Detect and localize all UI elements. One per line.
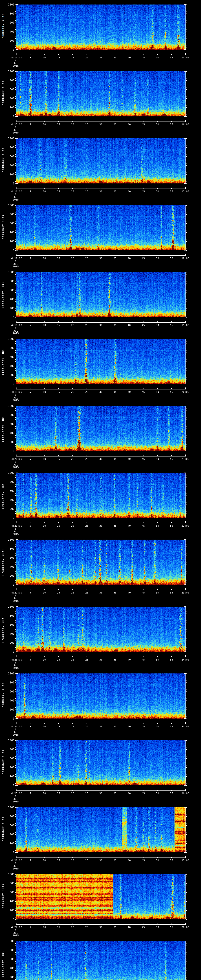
x-tick-label: 5 (29, 658, 31, 661)
y-tick-label: 600 (5, 155, 14, 158)
x-tick-label: 35 (113, 457, 116, 460)
date-label: 6 Jul 2015 (13, 795, 19, 803)
x-tick-label: 20 (71, 926, 74, 929)
y-tick-label: 1000 (5, 337, 14, 340)
y-tick-label: 1000 (5, 137, 14, 140)
spectrogram-canvas (16, 941, 186, 980)
date-day: 6 (13, 661, 19, 664)
x-tick-label: 5 (29, 324, 31, 326)
x-tick-label: 55 (170, 390, 173, 393)
x-tick-label: 20 (71, 792, 74, 795)
x-tick-label: 10 (43, 257, 46, 260)
x-tick-label: 45 (142, 658, 145, 661)
x-start-time-label: 4:19:00 (11, 390, 22, 393)
spectrogram-panel-3: Frequency (Hz) 4:16:00 17:00 6 Jul 2015 … (0, 134, 201, 201)
x-tick-label: 15 (57, 457, 60, 460)
date-month: Jul (13, 597, 19, 600)
y-tick-label: 400 (5, 30, 14, 33)
y-tick-label: 400 (5, 900, 14, 903)
x-tick-label: 50 (156, 725, 159, 728)
date-label: 6 Jul 2015 (13, 59, 19, 67)
y-tick-label: 400 (5, 966, 14, 970)
date-year: 2015 (13, 600, 19, 602)
y-tick-label: 1000 (5, 873, 14, 876)
y-tick-label: 1000 (5, 3, 14, 6)
x-tick-label: 15 (57, 324, 60, 326)
x-tick-label: 35 (113, 123, 116, 126)
spectrogram-panel-6: Frequency (Hz) 4:19:00 20:00 6 Jul 2015 … (0, 334, 201, 401)
spectrogram-canvas (16, 5, 186, 49)
x-start-time-label: 4:26:00 (11, 859, 22, 862)
y-tick-label: 1000 (5, 672, 14, 675)
date-day: 6 (13, 929, 19, 932)
y-tick-label: 200 (5, 307, 14, 310)
y-tick-label: 0 (5, 48, 14, 51)
y-tick-label: 0 (5, 918, 14, 921)
x-tick-label: 45 (142, 190, 145, 193)
y-tick-label: 400 (5, 97, 14, 100)
y-axis-title: Frequency (Hz) (1, 539, 5, 585)
spectrogram-canvas (16, 807, 186, 853)
x-tick-label: 35 (113, 792, 116, 795)
x-tick-label: 35 (113, 859, 116, 862)
x-tick-label: 40 (128, 123, 131, 126)
x-tick-label: 15 (57, 257, 60, 260)
y-tick-label: 600 (5, 556, 14, 559)
date-month: Jul (13, 731, 19, 733)
x-end-time-label: 23:00 (181, 591, 189, 594)
x-tick-label: 20 (71, 591, 74, 594)
x-tick-label: 5 (29, 725, 31, 728)
y-tick-label: 400 (5, 431, 14, 434)
y-tick-label: 400 (5, 164, 14, 167)
y-tick-label: 600 (5, 489, 14, 492)
x-tick-label: 55 (170, 725, 173, 728)
x-tick-label: 25 (85, 591, 88, 594)
x-end-time-label: 20:00 (181, 390, 189, 393)
y-axis-title: Frequency (Hz) (1, 406, 5, 451)
x-tick-label: 25 (85, 859, 88, 862)
y-tick-label: 600 (5, 355, 14, 358)
date-day: 6 (13, 126, 19, 129)
date-month: Jul (13, 396, 19, 399)
x-tick-label: 50 (156, 591, 159, 594)
x-tick-label: 45 (142, 123, 145, 126)
y-tick-label: 800 (5, 614, 14, 617)
y-tick-label: 1000 (5, 270, 14, 274)
date-month: Jul (13, 196, 19, 199)
y-tick-label: 600 (5, 757, 14, 760)
date-month: Jul (13, 463, 19, 466)
x-tick-label: 5 (29, 792, 31, 795)
spectrogram-panel-7: Frequency (Hz) 4:20:00 21:00 6 Jul 2015 … (0, 401, 201, 468)
x-tick-label: 40 (128, 324, 131, 326)
x-tick-label: 20 (71, 324, 74, 326)
x-start-time-label: 4:27:00 (11, 926, 22, 929)
x-tick-label: 25 (85, 123, 88, 126)
y-tick-label: 800 (5, 547, 14, 550)
x-tick-label: 10 (43, 926, 46, 929)
x-tick-label: 30 (99, 658, 102, 661)
date-month: Jul (13, 262, 19, 266)
spectrogram-canvas (16, 874, 186, 919)
date-month: Jul (13, 865, 19, 867)
spectrogram-canvas (16, 473, 186, 518)
x-tick-label: 30 (99, 123, 102, 126)
x-tick-label: 35 (113, 926, 116, 929)
spectrogram-panel-12: Frequency (Hz) 4:25:00 26:00 6 Jul 2015 … (0, 736, 201, 803)
x-tick-label: 20 (71, 123, 74, 126)
y-tick-label: 0 (5, 583, 14, 586)
y-tick-label: 400 (5, 231, 14, 234)
x-tick-label: 15 (57, 859, 60, 862)
y-tick-label: 0 (5, 382, 14, 385)
x-tick-label: 25 (85, 390, 88, 393)
x-tick-label: 5 (29, 859, 31, 862)
x-tick-label: 45 (142, 926, 145, 929)
x-tick-label: 20 (71, 658, 74, 661)
y-tick-label: 1000 (5, 605, 14, 608)
x-tick-label: 30 (99, 457, 102, 460)
x-tick-label: 40 (128, 56, 131, 59)
y-tick-label: 600 (5, 824, 14, 827)
y-tick-label: 800 (5, 346, 14, 350)
x-end-time-label: 21:00 (181, 457, 189, 460)
y-axis-title: Frequency (Hz) (1, 5, 5, 49)
y-tick-label: 200 (5, 373, 14, 377)
